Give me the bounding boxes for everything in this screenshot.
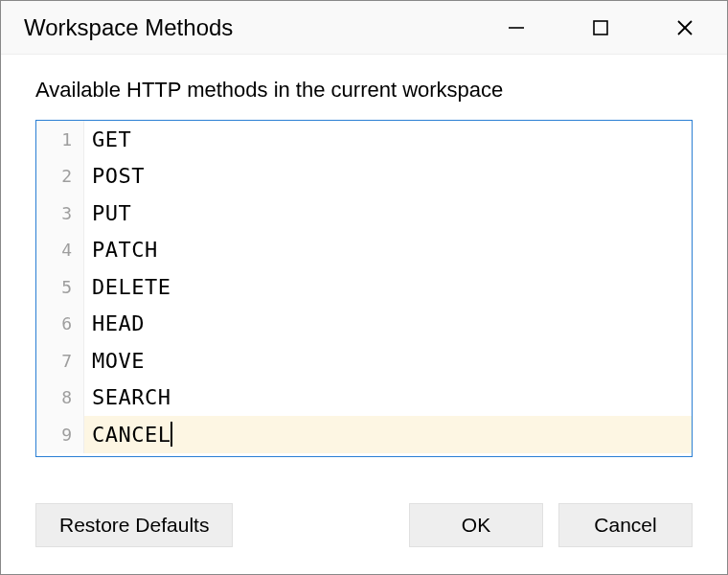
ok-button[interactable]: OK [409, 503, 543, 547]
editor-line[interactable]: 5DELETE [36, 268, 692, 306]
line-text[interactable]: CANCEL [84, 416, 172, 453]
editor-line[interactable]: 7MOVE [36, 342, 692, 380]
description-text: Available HTTP methods in the current wo… [35, 78, 693, 103]
line-text[interactable]: HEAD [84, 306, 145, 343]
line-number: 7 [36, 342, 84, 380]
editor-line[interactable]: 1GET [36, 121, 692, 158]
window-controls [474, 1, 727, 54]
button-row: Restore Defaults OK Cancel [1, 480, 727, 574]
line-text[interactable]: PUT [84, 195, 131, 232]
line-text[interactable]: POST [84, 158, 145, 196]
titlebar: Workspace Methods [1, 1, 727, 55]
editor-line[interactable]: 3PUT [36, 195, 692, 232]
line-number: 2 [36, 158, 84, 196]
close-icon [675, 18, 694, 37]
maximize-button[interactable] [558, 1, 643, 54]
line-text[interactable]: DELETE [84, 268, 171, 306]
dialog-title: Workspace Methods [24, 14, 474, 41]
button-spacer [248, 503, 394, 547]
line-number: 9 [36, 416, 84, 453]
editor-line[interactable]: 8SEARCH [36, 380, 692, 417]
cancel-button[interactable]: Cancel [558, 503, 693, 547]
maximize-icon [591, 18, 610, 37]
restore-defaults-button[interactable]: Restore Defaults [35, 503, 233, 547]
text-caret [171, 422, 172, 447]
methods-editor[interactable]: 1GET2POST3PUT4PATCH5DELETE6HEAD7MOVE8SEA… [35, 120, 693, 457]
line-number: 5 [36, 268, 84, 306]
close-button[interactable] [643, 1, 727, 54]
dialog-content: Available HTTP methods in the current wo… [1, 55, 727, 480]
line-number: 3 [36, 195, 84, 232]
minimize-icon [507, 18, 526, 37]
line-text[interactable]: GET [84, 121, 131, 158]
line-number: 8 [36, 380, 84, 417]
line-number: 1 [36, 121, 84, 158]
line-text[interactable]: SEARCH [84, 380, 171, 417]
minimize-button[interactable] [474, 1, 558, 54]
editor-line[interactable]: 4PATCH [36, 232, 692, 269]
editor-line[interactable]: 9CANCEL [36, 416, 692, 453]
line-number: 6 [36, 306, 84, 343]
line-number: 4 [36, 232, 84, 269]
line-text[interactable]: MOVE [84, 342, 145, 380]
line-text[interactable]: PATCH [84, 232, 158, 269]
editor-line[interactable]: 2POST [36, 158, 692, 196]
svg-rect-1 [594, 21, 607, 34]
dialog-window: Workspace Methods Available HTTP methods… [0, 0, 728, 575]
editor-line[interactable]: 6HEAD [36, 306, 692, 343]
